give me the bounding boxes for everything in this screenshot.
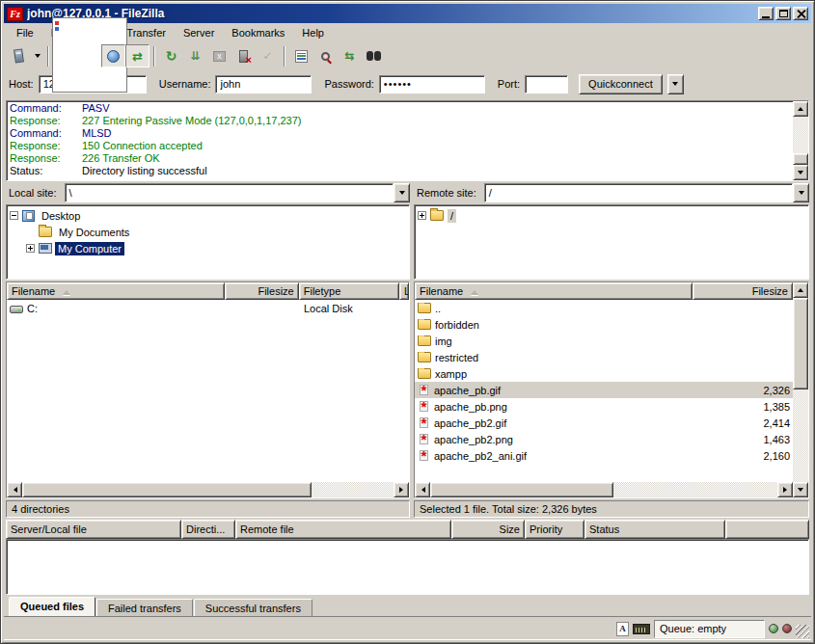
column-filetype[interactable]: Filetype [299,282,399,300]
scroll-thumb[interactable] [793,298,808,389]
site-manager-dropdown[interactable] [31,44,43,67]
menu-file[interactable]: File [8,25,42,40]
column-size[interactable]: Size [451,520,525,539]
toggle-remote-tree-button[interactable] [101,44,125,67]
column-label: Status [589,523,619,535]
scroll-up-button[interactable] [793,101,808,117]
tree-item-desktop[interactable]: Desktop [10,207,406,224]
tree-item-root[interactable]: / [418,207,805,224]
scroll-down-button[interactable] [793,482,808,497]
toggle-local-tree-button[interactable] [77,44,101,67]
window-title: john@127.0.0.1 - FileZilla [27,7,756,20]
sort-asc-icon [471,286,478,295]
scroll-left-button[interactable] [415,482,430,497]
tab-queued-files[interactable]: Queued files [9,597,95,616]
column-filename[interactable]: Filename [7,282,225,300]
search-button[interactable] [313,44,338,67]
column-filesize[interactable]: Filesize [225,282,298,300]
remote-row-apache-pb2-gif[interactable]: *apache_pb2.gif2,414 [415,415,793,431]
remote-hscrollbar[interactable] [415,482,793,497]
cancel-button[interactable]: x [207,44,231,67]
column-filesize[interactable]: Filesize [693,282,793,300]
remote-row-apache-pb-png[interactable]: *apache_pb.png1,385 [415,398,793,415]
tree-label-selected[interactable]: / [448,209,456,223]
column-last-modified[interactable]: L [399,282,409,300]
scroll-track[interactable] [793,389,808,482]
collapse-icon[interactable] [10,211,18,220]
remote-row-apache-pb2-ani-gif[interactable]: *apache_pb2_ani.gif2,160 [415,447,793,464]
remote-row-img[interactable]: img [415,333,793,349]
site-manager-button[interactable] [7,44,31,67]
column-remote-file[interactable]: Remote file [235,520,451,539]
column-label: Filename [420,285,463,297]
expand-icon[interactable] [26,244,35,253]
filter-icon [295,50,308,63]
refresh-button[interactable]: ↻ [159,44,183,67]
remote-site-combo[interactable]: / [484,183,809,202]
log-scrollbar[interactable] [793,101,808,180]
reconnect-button[interactable]: ✓ [256,44,280,67]
tree-label-selected[interactable]: My Computer [55,242,124,255]
data-type-ascii-icon[interactable]: A [616,622,629,636]
local-row-c-drive[interactable]: C: Local Disk [7,300,409,316]
column-filename[interactable]: Filename [415,282,693,300]
menu-bookmarks[interactable]: Bookmarks [223,25,293,40]
scroll-up-button[interactable] [793,282,808,298]
port-input[interactable] [525,75,568,94]
tree-item-my-documents[interactable]: My Documents [10,224,406,240]
scroll-down-button[interactable] [793,165,808,180]
speed-limits-icon[interactable] [633,624,650,634]
local-site-combo[interactable]: \ [65,183,410,202]
scroll-track[interactable] [312,482,394,497]
scroll-thumb[interactable] [22,482,312,497]
scroll-track[interactable] [613,482,777,497]
column-direction[interactable]: Directi... [181,520,235,539]
resize-grip[interactable] [796,625,809,638]
column-server-local-file[interactable]: Server/Local file [6,520,181,539]
tree-item-my-computer[interactable]: My Computer [10,240,406,256]
scroll-right-button[interactable] [394,482,409,497]
tree-label[interactable]: My Documents [56,226,132,239]
remote-row-xampp[interactable]: xampp [415,365,793,382]
process-queue-button[interactable]: ⇊ [183,44,207,67]
log-label: Response: [10,152,82,165]
menu-help[interactable]: Help [293,25,333,40]
remote-vscrollbar[interactable] [793,282,808,497]
scroll-thumb[interactable] [430,482,613,497]
local-hscrollbar[interactable] [7,482,409,497]
local-site-path[interactable]: \ [65,183,394,202]
password-input[interactable]: •••••• [379,75,485,94]
scroll-left-button[interactable] [7,482,22,497]
remote-site-path[interactable]: / [484,183,793,202]
disconnect-button[interactable] [231,44,256,67]
tree-label[interactable]: Desktop [39,209,83,223]
remote-site-dropdown[interactable] [793,183,809,202]
tab-successful-transfers[interactable]: Successful transfers [194,599,312,616]
menu-server[interactable]: Server [175,25,223,40]
remote-row-parent-dir[interactable]: .. [415,300,793,316]
maximize-button[interactable] [775,7,791,20]
tab-failed-transfers[interactable]: Failed transfers [96,599,193,616]
column-priority[interactable]: Priority [525,520,584,539]
scroll-right-button[interactable] [777,482,793,497]
expand-icon[interactable] [418,211,426,220]
quickconnect-button[interactable]: Quickconnect [579,74,663,94]
synchronized-browsing-button[interactable]: ⇆ [338,44,362,67]
remote-row-forbidden[interactable]: forbidden [415,316,793,333]
filter-button[interactable] [289,44,313,67]
scroll-thumb[interactable] [793,153,808,165]
close-button[interactable] [793,7,808,20]
minimize-button[interactable] [758,7,774,20]
directory-comparison-button[interactable] [362,44,386,67]
remote-row-apache-pb2-png[interactable]: *apache_pb2.png1,463 [415,431,793,447]
queue-body[interactable] [6,539,809,595]
remote-row-apache-pb-gif[interactable]: *apache_pb.gif2,326 [415,382,793,398]
column-status[interactable]: Status [584,520,725,539]
toggle-queue-button[interactable]: ⇄ [125,44,149,67]
quickconnect-dropdown[interactable] [667,74,684,94]
local-site-dropdown[interactable] [394,183,410,202]
username-input[interactable]: john [215,75,312,94]
remote-row-restricted[interactable]: restricted [415,349,793,365]
scroll-track[interactable] [793,117,808,153]
chevron-down-icon [799,191,804,198]
